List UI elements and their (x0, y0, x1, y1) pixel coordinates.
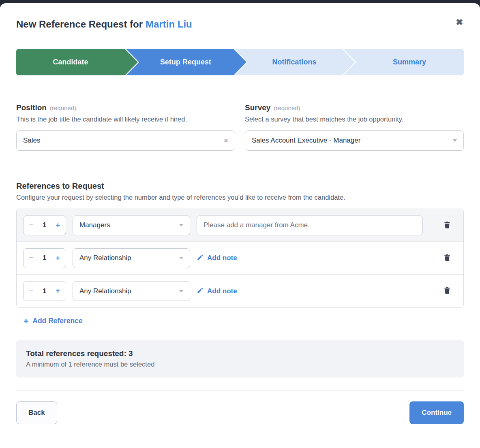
close-button[interactable]: ✖ (456, 18, 463, 26)
chevron-down-icon (179, 224, 183, 226)
decrement-button[interactable]: − (29, 221, 33, 229)
references-list: − 1 + Managers Please add a manager from… (16, 209, 464, 308)
survey-select[interactable]: Sales Account Executive - Manager (245, 130, 464, 151)
divider (16, 390, 464, 391)
step-candidate[interactable]: Candidate (16, 49, 138, 75)
step-summary-label: Summary (393, 58, 426, 66)
divider (16, 39, 464, 39)
position-survey-section: Position (required) This is the job titl… (16, 103, 464, 151)
step-candidate-label: Candidate (53, 58, 88, 66)
position-field-group: Position (required) This is the job titl… (16, 103, 235, 151)
relationship-select-value: Any Relationship (79, 254, 131, 262)
position-input-value: Sales (23, 137, 41, 145)
survey-select-value: Sales Account Executive - Manager (252, 137, 360, 145)
add-note-label: Add note (207, 254, 237, 262)
total-summary-box: Total references requested: 3 A minimum … (16, 340, 464, 378)
pencil-icon (197, 287, 204, 295)
modal-header: New Reference Request for Martin Liu ✖ (16, 19, 464, 30)
references-helper-text: Configure your request by selecting the … (16, 194, 464, 201)
add-note-button[interactable]: Add note (197, 254, 237, 262)
divider (16, 86, 464, 86)
relationship-select[interactable]: Any Relationship (73, 248, 190, 268)
relationship-select-value: Managers (79, 221, 110, 229)
count-value: 1 (43, 287, 46, 295)
add-reference-button[interactable]: + Add Reference (24, 317, 83, 325)
survey-helper-text: Select a survey that best matches the jo… (245, 115, 464, 123)
pencil-icon (197, 254, 204, 262)
new-reference-request-modal: New Reference Request for Martin Liu ✖ C… (0, 3, 480, 448)
count-stepper: − 1 + (23, 281, 66, 301)
count-stepper: − 1 + (23, 215, 66, 235)
position-label: Position (16, 103, 47, 112)
count-stepper: − 1 + (23, 248, 66, 268)
chevron-down-icon (453, 139, 457, 142)
survey-field-group: Survey (required) Select a survey that b… (245, 103, 464, 151)
step-wizard: Candidate Setup Request Notifications Su… (16, 49, 464, 75)
step-notifications[interactable]: Notifications (234, 49, 355, 75)
add-note-label: Add note (207, 287, 237, 295)
delete-reference-button[interactable] (443, 253, 451, 263)
back-button[interactable]: Back (16, 401, 57, 424)
count-value: 1 (43, 221, 46, 229)
step-notifications-label: Notifications (272, 58, 316, 66)
survey-required-tag: (required) (274, 105, 300, 111)
delete-reference-button[interactable] (443, 220, 451, 230)
title-prefix: New Reference Request for (16, 19, 143, 30)
reference-row: − 1 + Any Relationship Add note (17, 242, 463, 275)
step-setup-request[interactable]: Setup Request (125, 49, 246, 75)
divider (16, 163, 464, 163)
delete-reference-button[interactable] (443, 286, 451, 296)
candidate-name: Martin Liu (146, 19, 192, 30)
relationship-select[interactable]: Managers (73, 215, 190, 235)
position-helper-text: This is the job title the candidate will… (16, 115, 235, 123)
relationship-select[interactable]: Any Relationship (73, 281, 190, 301)
add-note-button[interactable]: Add note (197, 287, 237, 295)
plus-icon: + (24, 317, 28, 325)
position-input[interactable]: Sales ✖ (16, 130, 235, 151)
add-reference-label: Add Reference (32, 317, 83, 325)
decrement-button[interactable]: − (29, 254, 33, 262)
reference-row: − 1 + Any Relationship Add note (17, 275, 463, 307)
count-value: 1 (43, 254, 46, 262)
note-input-value: Please add a manager from Acme. (204, 221, 310, 229)
reference-row: − 1 + Managers Please add a manager from… (17, 209, 463, 242)
clear-icon[interactable]: ✖ (224, 138, 228, 144)
continue-button[interactable]: Continue (409, 401, 464, 424)
relationship-select-value: Any Relationship (79, 287, 131, 295)
minimum-references-text: A minimum of 1 reference must be selecte… (26, 361, 454, 368)
close-icon: ✖ (456, 17, 463, 27)
modal-footer: Back Continue (16, 401, 464, 424)
decrement-button[interactable]: − (29, 287, 33, 295)
note-input[interactable]: Please add a manager from Acme. (197, 215, 423, 235)
total-references-text: Total references requested: 3 (26, 349, 454, 358)
increment-button[interactable]: + (56, 254, 60, 262)
step-setup-request-label: Setup Request (160, 58, 211, 66)
page-title: New Reference Request for Martin Liu (16, 19, 464, 30)
trash-icon (443, 253, 451, 263)
position-required-tag: (required) (50, 105, 76, 111)
chevron-down-icon (179, 290, 183, 292)
increment-button[interactable]: + (56, 221, 60, 230)
references-heading: References to Request (16, 181, 464, 191)
chevron-down-icon (179, 257, 183, 259)
trash-icon (443, 220, 451, 230)
increment-button[interactable]: + (56, 287, 60, 295)
step-summary[interactable]: Summary (342, 49, 464, 75)
survey-label: Survey (245, 103, 270, 112)
trash-icon (443, 286, 451, 296)
